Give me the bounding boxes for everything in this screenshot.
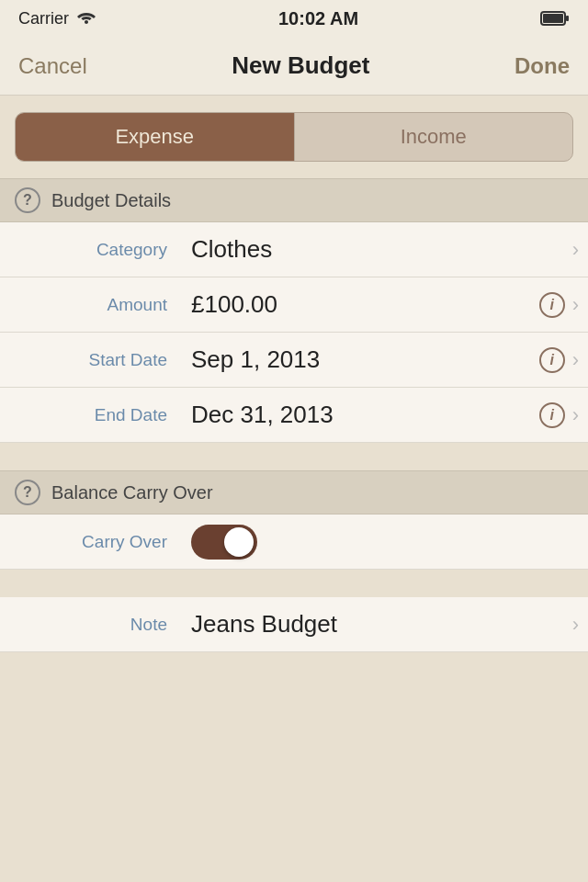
battery-icon — [540, 10, 570, 27]
carry-over-help-icon[interactable]: ? — [15, 480, 40, 505]
carry-over-row: Carry Over — [0, 514, 588, 570]
budget-details-help-icon[interactable]: ? — [15, 187, 40, 213]
wifi-icon — [76, 9, 96, 28]
carry-over-label: Carry Over — [0, 532, 184, 552]
note-section: Note Jeans Budget › — [0, 597, 588, 652]
start-date-info-icon[interactable]: i — [539, 347, 565, 373]
carry-over-header: ? Balance Carry Over — [0, 470, 588, 514]
svg-rect-2 — [543, 14, 563, 23]
carry-over-toggle[interactable] — [191, 525, 257, 560]
amount-row[interactable]: Amount £100.00 i › — [0, 277, 588, 333]
budget-details-header: ? Budget Details — [0, 178, 588, 222]
start-date-row-icons: i › — [539, 347, 588, 373]
income-tab[interactable]: Income — [295, 113, 573, 161]
cancel-button[interactable]: Cancel — [18, 53, 87, 79]
end-date-chevron-icon: › — [572, 403, 579, 427]
note-chevron-icon: › — [572, 613, 579, 637]
note-row-icons: › — [571, 613, 588, 637]
amount-label: Amount — [0, 295, 184, 315]
nav-bar: Cancel New Budget Done — [0, 37, 588, 96]
category-value: Clothes — [184, 235, 571, 264]
status-time: 10:02 AM — [96, 8, 540, 29]
amount-row-icons: i › — [539, 292, 588, 318]
page-title: New Budget — [232, 51, 369, 80]
end-date-info-icon[interactable]: i — [539, 402, 565, 428]
expense-tab[interactable]: Expense — [16, 113, 294, 161]
start-date-chevron-icon: › — [572, 348, 579, 372]
amount-value: £100.00 — [184, 290, 539, 319]
category-chevron-icon: › — [572, 238, 579, 262]
status-bar: Carrier 10:02 AM — [0, 0, 588, 37]
section-gap-2 — [0, 570, 588, 597]
end-date-row-icons: i › — [539, 402, 588, 428]
note-label: Note — [0, 615, 184, 635]
budget-details-title: Budget Details — [51, 190, 171, 211]
amount-info-icon[interactable]: i — [539, 292, 565, 318]
category-label: Category — [0, 240, 184, 260]
svg-rect-1 — [566, 16, 569, 21]
segment-control: Expense Income — [15, 112, 573, 162]
category-row-icons: › — [571, 238, 588, 262]
carry-over-section: Carry Over — [0, 514, 588, 570]
amount-chevron-icon: › — [572, 293, 579, 317]
budget-details-section: Category Clothes › Amount £100.00 i › St… — [0, 222, 588, 443]
carry-over-title: Balance Carry Over — [51, 482, 213, 503]
toggle-thumb — [224, 527, 254, 557]
status-left: Carrier — [18, 9, 96, 28]
note-row[interactable]: Note Jeans Budget › — [0, 597, 588, 652]
segment-wrapper: Expense Income — [0, 96, 588, 178]
done-button[interactable]: Done — [514, 53, 570, 79]
toggle-track — [191, 525, 257, 560]
start-date-row[interactable]: Start Date Sep 1, 2013 i › — [0, 333, 588, 388]
start-date-label: Start Date — [0, 350, 184, 370]
category-row[interactable]: Category Clothes › — [0, 222, 588, 277]
section-gap-1 — [0, 443, 588, 470]
start-date-value: Sep 1, 2013 — [184, 345, 539, 374]
carrier-label: Carrier — [18, 9, 69, 28]
end-date-row[interactable]: End Date Dec 31, 2013 i › — [0, 388, 588, 443]
end-date-label: End Date — [0, 405, 184, 425]
end-date-value: Dec 31, 2013 — [184, 401, 539, 429]
note-value: Jeans Budget — [184, 610, 571, 639]
carry-over-toggle-container — [184, 525, 588, 560]
